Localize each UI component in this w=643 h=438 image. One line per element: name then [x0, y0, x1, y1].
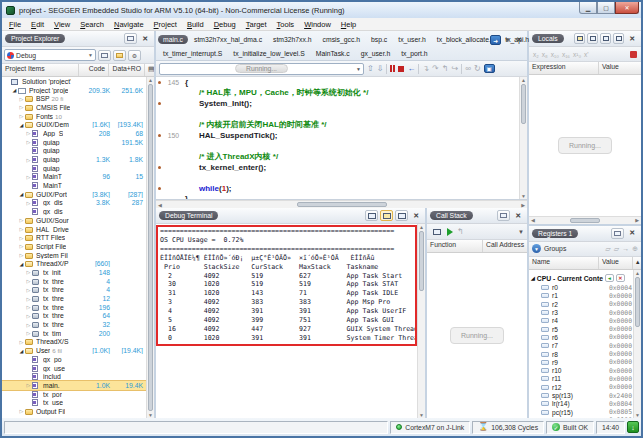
sort-icon[interactable]: ▴ — [633, 257, 641, 269]
tree-row-output-fil[interactable]: ▷Output Fil — [2, 407, 146, 416]
tab-tx-initialize-low-level-s[interactable]: tx_initialize_low_level.S — [228, 49, 309, 58]
minimize-button[interactable]: ▁ — [579, 2, 597, 14]
float-window-icon[interactable] — [497, 210, 510, 221]
register-row-r11[interactable]: r110x0000 — [529, 375, 633, 383]
column-code[interactable]: Code — [79, 64, 109, 76]
code-line[interactable]: /* HAL库，MPU，Cache，时钟等系统初始化 */ — [156, 88, 519, 99]
register-row-r3[interactable]: r30x0000 — [529, 308, 633, 316]
scroll-left-icon[interactable]: ◀ — [529, 217, 537, 223]
frames-icon[interactable] — [430, 226, 443, 237]
tree-row-guiap[interactable]: guiap — [2, 147, 146, 156]
collapse-icon[interactable]: ◢ — [11, 87, 18, 93]
gutter[interactable] — [156, 194, 182, 199]
tree-row-tx-thre[interactable]: ▷tx_thre64 — [2, 312, 146, 321]
expand-icon[interactable]: ▷ — [25, 174, 32, 180]
expand-icon[interactable]: ▷ — [25, 287, 32, 293]
restart-icon[interactable]: ↻ — [474, 64, 481, 74]
gutter[interactable]: 150 — [156, 130, 182, 141]
column-function[interactable]: Function — [427, 240, 483, 252]
gutter[interactable] — [156, 183, 182, 194]
menu-item-search[interactable]: Search — [75, 20, 109, 29]
menu-item-target[interactable]: Target — [241, 20, 272, 29]
tree-row-project-proje[interactable]: ◢Project 'proje209.3K251.6K — [2, 86, 146, 95]
memory-view-icon[interactable] — [613, 33, 624, 44]
remove-group-icon[interactable]: ✕ — [616, 274, 625, 282]
stop-icon[interactable] — [398, 66, 404, 72]
format-icon[interactable]: x₁₀ — [551, 51, 559, 58]
tab-main-c[interactable]: main.c — [158, 35, 188, 44]
expand-icon[interactable]: ▷ — [18, 113, 25, 119]
column-project-items[interactable]: Project Items — [2, 64, 79, 76]
tree-row-maint[interactable]: ▷MainT9615 — [2, 173, 146, 182]
float-window-icon[interactable] — [611, 228, 624, 239]
tree-row-main-[interactable]: ▷main.1.0K19.4K — [2, 381, 146, 390]
tree-row-threadx-p[interactable]: ◢ThreadX/P[660] — [2, 259, 146, 268]
menu-item-project[interactable]: Project — [149, 20, 182, 29]
run-state-select[interactable]: Running... ▼ — [159, 63, 364, 75]
code-area[interactable]: 145{/* HAL库，MPU，Cache，时钟等系统初始化 */System_… — [156, 77, 519, 199]
editor-hscrollbar[interactable]: ◀ ▶ — [156, 200, 527, 208]
menu-item-edit[interactable]: Edit — [26, 20, 49, 29]
tree-row-guix-sour[interactable]: ▷GUIX/Sour — [2, 216, 146, 225]
globals-view-icon[interactable] — [587, 33, 598, 44]
close-icon[interactable]: ✕ — [626, 35, 638, 43]
tree-row-gx-use[interactable]: gx_use — [2, 364, 146, 373]
more-options-chevron-icon[interactable]: ▼ — [518, 229, 524, 235]
collapse-icon[interactable]: ◢ — [18, 261, 25, 267]
tab-tx-block-allocate-c[interactable]: tx_block_allocate.c — [432, 35, 499, 44]
scrollbar-thumb[interactable] — [148, 84, 153, 411]
register-row-sp-r13-[interactable]: sp(r13)0x2400 — [529, 391, 633, 399]
arrow-right-icon[interactable]: → — [622, 244, 629, 254]
gutter[interactable] — [156, 98, 182, 109]
register-row-r7[interactable]: r70x0000 — [529, 342, 633, 350]
tree-row-cmsis-file[interactable]: ▷CMSIS File — [2, 103, 146, 112]
tab-tx-user-h[interactable]: tx_user.h — [393, 35, 431, 44]
scroll-down-icon[interactable]: ▼ — [418, 412, 425, 418]
eraser2-icon[interactable]: ▱ — [614, 244, 619, 254]
groups-label[interactable]: Groups — [544, 245, 566, 252]
register-group-row[interactable]: ◢CPU - Current Conte◂✕ — [529, 273, 633, 284]
column-extra[interactable]: ▤ — [145, 64, 154, 76]
register-row-r8[interactable]: r80x0000 — [529, 350, 633, 358]
tree-row-guiap[interactable]: guiap — [2, 164, 146, 173]
tree-row-gx-dis[interactable]: ▷gx_dis3.8K287 — [2, 199, 146, 208]
expand-icon[interactable]: ▷ — [25, 139, 32, 145]
expand-icon[interactable]: ▷ — [25, 278, 32, 284]
close-button[interactable]: ✕ — [615, 2, 639, 14]
tree-row-guix-port[interactable]: ◢GUIX/Port[3.8K][287] — [2, 190, 146, 199]
menu-item-window[interactable]: Window — [299, 20, 336, 29]
expand-icon[interactable]: ▷ — [25, 304, 32, 310]
scroll-up-icon[interactable]: ▲ — [520, 77, 527, 83]
collapse-icon[interactable]: ◢ — [18, 348, 25, 354]
tree-row-tx-use[interactable]: tx_use — [2, 398, 146, 407]
expand-icon[interactable]: ▷ — [25, 330, 32, 336]
expand-icon[interactable]: ▷ — [18, 235, 25, 241]
tab-maintask-c[interactable]: MainTask.c — [311, 49, 355, 58]
terminal-output-icon[interactable] — [365, 210, 378, 221]
format-icon[interactable]: x₁₆ — [562, 51, 570, 58]
float-window-icon[interactable] — [124, 33, 137, 44]
step-out-icon[interactable]: ↰ — [442, 64, 449, 74]
tree-row-tx-thre[interactable]: ▷tx_thre4 — [2, 277, 146, 286]
close-icon[interactable]: ✕ — [410, 212, 422, 220]
step-into-icon[interactable]: ↴ — [422, 64, 429, 74]
menu-item-navigate[interactable]: Navigate — [109, 20, 149, 29]
tree-row-threadx-s[interactable]: ▷ThreadX/S — [2, 338, 146, 347]
tree-row-tx-thre[interactable]: ▷tx_thre32 — [2, 320, 146, 329]
expand-icon[interactable]: ▷ — [18, 339, 25, 345]
gutter[interactable] — [156, 88, 182, 99]
expand-icon[interactable]: ▷ — [25, 322, 32, 328]
maximize-button[interactable]: ▢ — [597, 2, 615, 14]
goto-file-icon[interactable]: ➜ — [490, 35, 501, 45]
gutter[interactable] — [156, 151, 182, 162]
close-icon[interactable]: ✕ — [512, 212, 524, 220]
code-line[interactable]: System_Init(); — [156, 98, 519, 109]
register-row-r4[interactable]: r40x0000 — [529, 317, 633, 325]
show-execution-point-icon[interactable]: ← — [407, 64, 415, 74]
format-icon[interactable]: x₈ — [542, 51, 548, 58]
register-row-r0[interactable]: r00x0004 — [529, 284, 633, 292]
scroll-down-icon[interactable]: ▼ — [634, 412, 641, 418]
tree-row-solution-project-[interactable]: Solution 'project' — [2, 77, 146, 86]
expand-icon[interactable]: ▷ — [25, 157, 32, 163]
tree-row-tx-thre[interactable]: ▷tx_thre12 — [2, 294, 146, 303]
